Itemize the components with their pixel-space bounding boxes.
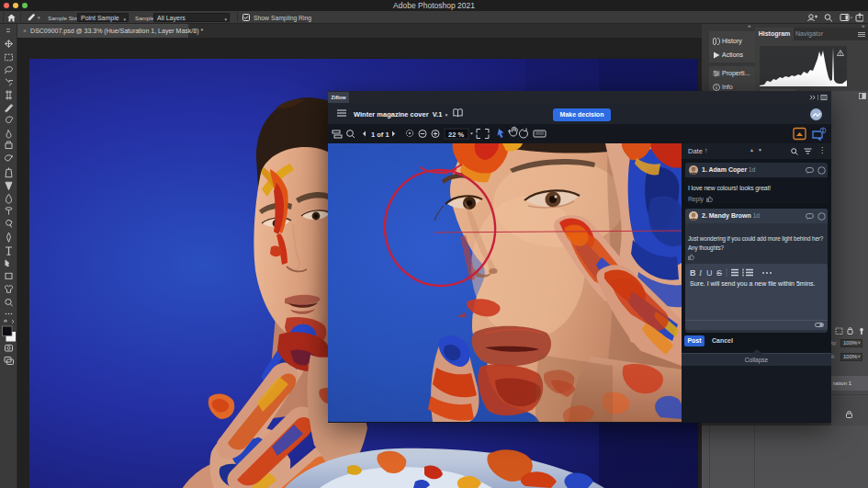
svg-text:S: S [716,268,722,277]
svg-text:1 of 1: 1 of 1 [371,131,389,139]
svg-text:I: I [698,268,703,277]
svg-text:B: B [690,268,696,277]
svg-text:U: U [706,268,713,277]
svg-text:22 %: 22 % [448,131,464,139]
